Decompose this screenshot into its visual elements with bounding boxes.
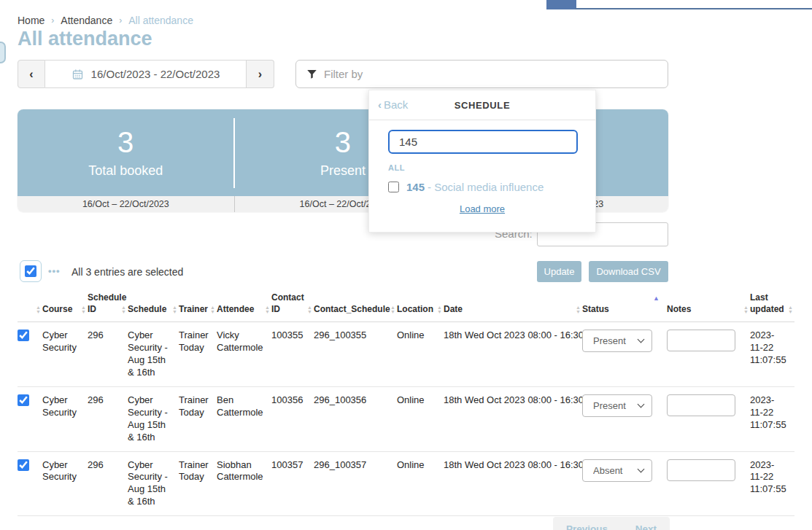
- breadcrumb-home[interactable]: Home: [18, 15, 45, 26]
- cell-last-updated: 2023-11-22 11:07:55: [750, 451, 794, 516]
- column-header-contact-schedule[interactable]: Contact_Schedule: [314, 292, 397, 322]
- selection-status-text: All 3 entries are selected: [71, 266, 183, 278]
- cell-schedule-id: 296: [88, 386, 128, 451]
- stat-label: Total booked: [88, 163, 163, 179]
- sort-icon: [81, 305, 86, 313]
- sort-icon: [390, 305, 395, 313]
- column-header-trainer[interactable]: Trainer: [179, 292, 217, 322]
- sort-ascending-icon: [653, 295, 660, 302]
- row-checkbox[interactable]: [18, 394, 29, 406]
- date-range-picker[interactable]: 16/Oct/2023 - 22/Oct/2023: [45, 60, 247, 88]
- cell-last-updated: 2023-11-22 11:07:55: [750, 386, 794, 451]
- column-header-date[interactable]: Date: [444, 292, 582, 322]
- cell-contact-schedule: 296_100355: [314, 322, 397, 387]
- stat-label: Present: [320, 163, 366, 179]
- status-select[interactable]: Present: [582, 330, 652, 352]
- cell-attendee: Vicky Cattermole: [217, 322, 271, 387]
- schedule-option-label: 145- Social media influence: [406, 181, 544, 193]
- breadcrumb-attendance[interactable]: Attendance: [61, 15, 112, 26]
- popup-title: SCHEDULE: [369, 100, 595, 111]
- stat-range: 16/Oct – 22/Oct/2023: [18, 196, 234, 212]
- pagination: Previous Next: [553, 517, 670, 530]
- column-header-location[interactable]: Location: [397, 292, 444, 322]
- sort-icon: [172, 305, 177, 313]
- cell-contact-id: 100357: [271, 451, 314, 516]
- load-more-link[interactable]: Load more: [460, 203, 505, 214]
- next-week-button[interactable]: ›: [247, 60, 274, 88]
- cell-course: Cyber Security: [42, 386, 88, 451]
- schedule-option[interactable]: 145- Social media influence: [388, 181, 595, 193]
- notes-input[interactable]: [667, 459, 735, 481]
- stat-value: 3: [335, 128, 351, 157]
- sort-icon: [265, 305, 270, 313]
- filter-box: [295, 60, 668, 88]
- column-header-select[interactable]: [18, 292, 42, 322]
- attendance-table: Course Schedule ID Schedule Trainer Atte…: [18, 292, 794, 516]
- row-checkbox[interactable]: [18, 330, 29, 341]
- cell-trainer: Trainer Today: [179, 451, 217, 516]
- schedule-option-checkbox[interactable]: [388, 182, 399, 192]
- cell-schedule: Cyber Security - Aug 15th & 16th: [128, 386, 179, 451]
- select-all-checkbox[interactable]: [25, 265, 36, 277]
- cell-location: Online: [397, 451, 444, 516]
- cell-trainer: Trainer Today: [179, 386, 217, 451]
- previous-page-button[interactable]: Previous: [566, 523, 608, 530]
- popup-header: ‹Back SCHEDULE: [369, 90, 595, 120]
- cell-schedule-id: 296: [88, 451, 128, 516]
- chevron-right-icon: ›: [119, 15, 122, 26]
- sort-icon: [437, 305, 442, 313]
- sort-icon: [210, 305, 215, 313]
- select-all-box: [20, 260, 42, 282]
- popup-group-label: ALL: [388, 163, 595, 172]
- cell-schedule-id: 296: [88, 322, 128, 387]
- sort-icon: [36, 305, 41, 313]
- calendar-icon: [71, 69, 84, 80]
- update-button[interactable]: Update: [537, 261, 581, 282]
- date-range-nav: ‹ 16/Oct/2023 - 22/Oct/2023 ›: [18, 60, 274, 88]
- sort-icon: [743, 305, 749, 313]
- prev-week-button[interactable]: ‹: [18, 60, 45, 88]
- column-header-notes[interactable]: Notes: [667, 292, 750, 322]
- left-edge-tab[interactable]: [0, 42, 6, 63]
- column-header-schedule[interactable]: Schedule: [128, 292, 179, 322]
- status-select-wrap: Present: [582, 330, 652, 352]
- date-range-text: 16/Oct/2023 - 22/Oct/2023: [91, 68, 220, 80]
- next-page-button[interactable]: Next: [635, 523, 657, 530]
- stat-value: 3: [117, 128, 134, 157]
- breadcrumb-all-attendance: All attendance: [128, 15, 193, 26]
- table-header-row: Course Schedule ID Schedule Trainer Atte…: [18, 292, 794, 322]
- cell-last-updated: 2023-11-22 11:07:55: [750, 322, 794, 387]
- filter-input[interactable]: [324, 68, 668, 80]
- cell-location: Online: [397, 386, 444, 451]
- column-header-contact-id[interactable]: Contact ID: [271, 292, 314, 322]
- cell-schedule: Cyber Security - Aug 15th & 16th: [128, 451, 179, 516]
- cell-course: Cyber Security: [42, 322, 88, 387]
- more-options-icon[interactable]: •••: [48, 265, 61, 276]
- cell-contact-schedule: 296_100357: [314, 451, 397, 516]
- column-header-status[interactable]: Status: [582, 292, 667, 322]
- download-csv-button[interactable]: Download CSV: [589, 261, 668, 282]
- sort-icon: [788, 305, 793, 313]
- table-row: Cyber Security 296 Cyber Security - Aug …: [18, 386, 794, 451]
- status-select-wrap: Absent: [582, 459, 652, 482]
- column-header-attendee[interactable]: Attendee: [217, 292, 271, 322]
- cell-contact-schedule: 296_100356: [314, 386, 397, 451]
- schedule-search-input[interactable]: [388, 130, 578, 154]
- status-select[interactable]: Absent: [582, 459, 652, 482]
- cell-course: Cyber Security: [42, 451, 88, 516]
- column-header-last-updated[interactable]: Last updated: [750, 292, 794, 322]
- sort-icon: [307, 305, 312, 313]
- notes-input[interactable]: [667, 394, 735, 416]
- row-checkbox[interactable]: [18, 459, 29, 471]
- status-select-wrap: Present: [582, 394, 652, 417]
- status-select[interactable]: Present: [582, 394, 652, 417]
- cell-schedule: Cyber Security - Aug 15th & 16th: [128, 322, 179, 387]
- top-tab-fragment: [546, 0, 576, 9]
- column-header-course[interactable]: Course: [42, 292, 88, 322]
- cell-attendee: Siobhan Cattermole: [217, 451, 271, 516]
- attendance-page: Home › Attendance › All attendance All a…: [0, 0, 812, 530]
- chevron-right-icon: ›: [51, 15, 54, 26]
- notes-input[interactable]: [667, 330, 735, 351]
- cell-attendee: Ben Cattermole: [217, 386, 271, 451]
- column-header-schedule-id[interactable]: Schedule ID: [88, 292, 128, 322]
